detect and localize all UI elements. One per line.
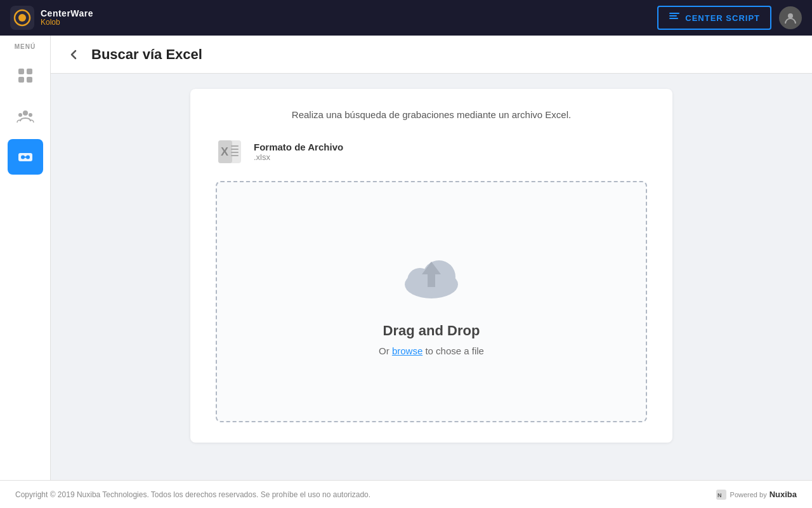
sidebar-item-users[interactable] bbox=[8, 98, 43, 134]
sidebar: MENÚ bbox=[0, 36, 51, 480]
svg-rect-8 bbox=[27, 69, 32, 74]
powered-by-text: Powered by bbox=[730, 491, 767, 498]
logo-text: CenterWare Kolob bbox=[41, 9, 93, 27]
sidebar-item-recordings[interactable] bbox=[8, 139, 43, 175]
header-actions: CENTER SCRIPT bbox=[657, 6, 802, 30]
powered-by: N Powered by Nuxiba bbox=[716, 490, 797, 500]
user-avatar-button[interactable] bbox=[779, 6, 802, 29]
script-icon bbox=[669, 11, 680, 25]
logo-icon bbox=[10, 6, 34, 30]
svg-point-12 bbox=[18, 113, 22, 117]
svg-point-27 bbox=[422, 260, 455, 293]
svg-point-11 bbox=[23, 110, 28, 116]
cloud-upload-icon bbox=[393, 248, 469, 307]
svg-rect-22 bbox=[231, 149, 239, 150]
page-footer: Copyright © 2019 Nuxiba Technologies. To… bbox=[0, 480, 812, 508]
svg-rect-3 bbox=[669, 13, 679, 14]
excel-icon-wrap: X bbox=[216, 138, 244, 166]
svg-rect-23 bbox=[231, 152, 239, 153]
back-button[interactable] bbox=[66, 47, 81, 62]
svg-rect-17 bbox=[22, 157, 29, 158]
app-header: CenterWare Kolob CENTER SCRIPT bbox=[0, 0, 812, 36]
svg-point-13 bbox=[29, 113, 32, 117]
brand-sub: Kolob bbox=[41, 18, 93, 27]
brand-name: CenterWare bbox=[41, 9, 93, 18]
page-content-area: Realiza una búsqueda de grabaciones medi… bbox=[51, 74, 812, 480]
svg-point-6 bbox=[788, 13, 793, 18]
svg-rect-7 bbox=[18, 69, 24, 74]
drag-drop-title: Drag and Drop bbox=[383, 323, 480, 339]
card-description: Realiza una búsqueda de grabaciones medi… bbox=[216, 109, 647, 120]
file-format-info: Formato de Archivo .xlsx bbox=[254, 142, 343, 162]
format-title: Formato de Archivo bbox=[254, 142, 343, 152]
center-script-label: CENTER SCRIPT bbox=[685, 13, 760, 23]
format-ext: .xlsx bbox=[254, 152, 343, 162]
main-content: Buscar vía Excel Realiza una búsqueda de… bbox=[51, 36, 812, 480]
drag-drop-pre: Or bbox=[379, 345, 392, 356]
page-header: Buscar vía Excel bbox=[51, 36, 812, 74]
logo: CenterWare Kolob bbox=[10, 6, 93, 30]
main-layout: MENÚ bbox=[0, 36, 812, 480]
sidebar-label: MENÚ bbox=[15, 43, 36, 50]
drag-drop-post: to chose a file bbox=[422, 345, 484, 356]
sidebar-item-dashboard[interactable] bbox=[8, 58, 43, 93]
browse-link[interactable]: browse bbox=[392, 345, 422, 356]
center-script-button[interactable]: CENTER SCRIPT bbox=[657, 6, 771, 30]
powered-by-logo: Powered by Nuxiba bbox=[730, 490, 797, 499]
page-title: Buscar vía Excel bbox=[91, 46, 202, 63]
footer-copyright: Copyright © 2019 Nuxiba Technologies. To… bbox=[15, 490, 370, 499]
svg-rect-10 bbox=[27, 77, 32, 83]
nuxiba-name: Nuxiba bbox=[769, 490, 797, 499]
svg-rect-9 bbox=[18, 77, 24, 83]
drag-drop-subtitle: Or browse to chose a file bbox=[379, 345, 484, 356]
excel-icon: X bbox=[216, 138, 244, 166]
svg-rect-5 bbox=[669, 18, 678, 19]
svg-point-2 bbox=[18, 14, 26, 22]
drop-zone[interactable]: Drag and Drop Or browse to chose a file bbox=[216, 181, 647, 422]
main-card: Realiza una búsqueda de grabaciones medi… bbox=[190, 89, 672, 443]
nuxiba-logo-icon: N bbox=[716, 490, 726, 500]
svg-rect-21 bbox=[231, 145, 239, 147]
svg-text:N: N bbox=[717, 492, 722, 498]
file-format-row: X Formato de Archivo .xlsx bbox=[216, 138, 647, 166]
svg-rect-24 bbox=[231, 155, 239, 156]
svg-text:X: X bbox=[221, 145, 228, 158]
svg-rect-4 bbox=[669, 15, 677, 17]
